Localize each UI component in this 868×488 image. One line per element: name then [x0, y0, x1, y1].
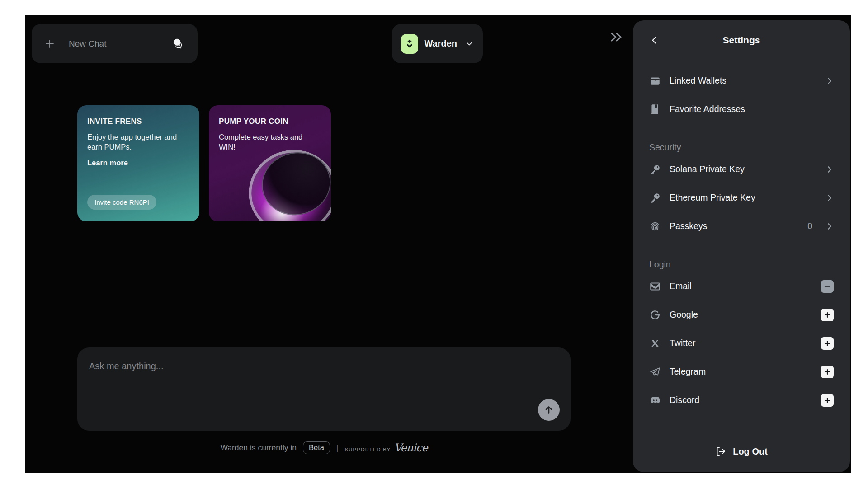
arrow-up-icon [543, 404, 555, 416]
mail-icon [649, 281, 661, 292]
pump-your-coin-card[interactable]: PUMP YOUR COIN Complete easy tasks and W… [209, 105, 331, 221]
settings-item-solana-private-key[interactable]: Solana Private Key [649, 155, 834, 183]
chevron-right-icon [826, 77, 834, 85]
fingerprint-icon [649, 221, 661, 232]
settings-title: Settings [723, 35, 760, 46]
login-section-header: Login [649, 257, 834, 272]
google-icon [649, 309, 661, 321]
key-icon [649, 164, 661, 175]
log-out-button[interactable]: Log Out [633, 446, 850, 457]
beta-status-text: Warden is currently in [220, 443, 297, 453]
log-out-icon [715, 446, 727, 457]
learn-more-link[interactable]: Learn more [87, 159, 189, 167]
chat-composer [77, 347, 571, 431]
new-chat-button[interactable]: New Chat [32, 24, 198, 63]
settings-item-google[interactable]: Google [649, 300, 834, 329]
settings-item-ethereum-private-key[interactable]: Ethereum Private Key [649, 183, 834, 212]
collapse-panel-icon[interactable] [606, 27, 627, 47]
invite-code-pill[interactable]: Invite code RN6PI [87, 195, 156, 210]
link-telegram-button[interactable] [821, 366, 834, 378]
address-book-icon [649, 103, 661, 115]
card-title: PUMP YOUR COIN [219, 117, 321, 126]
card-body: Complete easy tasks and WIN! [219, 132, 321, 152]
chevron-right-icon [826, 194, 834, 202]
discord-icon [649, 394, 661, 406]
settings-item-linked-wallets[interactable]: Linked Wallets [649, 66, 834, 95]
settings-item-favorite-addresses[interactable]: Favorite Addresses [649, 95, 834, 123]
settings-item-passkeys[interactable]: Passkeys 0 [649, 212, 834, 240]
plus-icon [824, 397, 831, 404]
glossy-coin-image [240, 141, 331, 221]
settings-item-email[interactable]: Email [649, 272, 834, 300]
settings-item-discord[interactable]: Discord [649, 386, 834, 414]
x-icon [649, 338, 661, 349]
chevron-right-icon [826, 165, 834, 174]
minus-icon [824, 283, 831, 290]
warden-logo-icon [401, 34, 418, 54]
link-twitter-button[interactable] [821, 337, 834, 350]
send-button[interactable] [538, 399, 560, 421]
settings-panel: Settings Linked Wallets [633, 20, 850, 472]
chevron-down-icon [465, 39, 474, 48]
wallet-icon [649, 75, 661, 87]
venice-logo: Venice [394, 441, 427, 454]
model-name: Warden [424, 38, 457, 49]
key-icon [649, 192, 661, 204]
invite-frens-card[interactable]: INVITE FRENS Enjoy the app together and … [77, 105, 199, 221]
supported-by-text: SUPPORTED BY [345, 447, 391, 452]
chevron-left-icon [649, 35, 660, 46]
link-google-button[interactable] [821, 309, 834, 321]
beta-badge: Beta [303, 441, 330, 454]
plus-icon [824, 311, 831, 319]
card-title: INVITE FRENS [87, 117, 189, 126]
settings-item-twitter[interactable]: Twitter [649, 329, 834, 357]
plus-icon [824, 340, 831, 347]
passkeys-count: 0 [807, 221, 812, 231]
back-button[interactable] [647, 33, 662, 47]
link-discord-button[interactable] [821, 394, 834, 407]
security-section-header: Security [649, 140, 834, 155]
telegram-icon [649, 366, 661, 378]
new-chat-label: New Chat [69, 39, 171, 49]
plus-icon [44, 38, 55, 49]
card-body: Enjoy the app together and earn PUMPs. [87, 132, 189, 152]
settings-item-telegram[interactable]: Telegram [649, 357, 834, 386]
footer-status-bar: Warden is currently in Beta | SUPPORTED … [77, 441, 571, 454]
chat-bubbles-icon [171, 37, 185, 51]
chat-input[interactable] [77, 347, 571, 431]
model-selector-button[interactable]: Warden [392, 24, 483, 63]
footer-separator: | [336, 443, 339, 453]
plus-icon [824, 368, 831, 375]
chevron-right-icon [826, 222, 834, 230]
warden-app-window: New Chat Warden INVITE FRENS Enjoy the a… [25, 15, 851, 473]
unlink-email-button[interactable] [821, 280, 834, 293]
